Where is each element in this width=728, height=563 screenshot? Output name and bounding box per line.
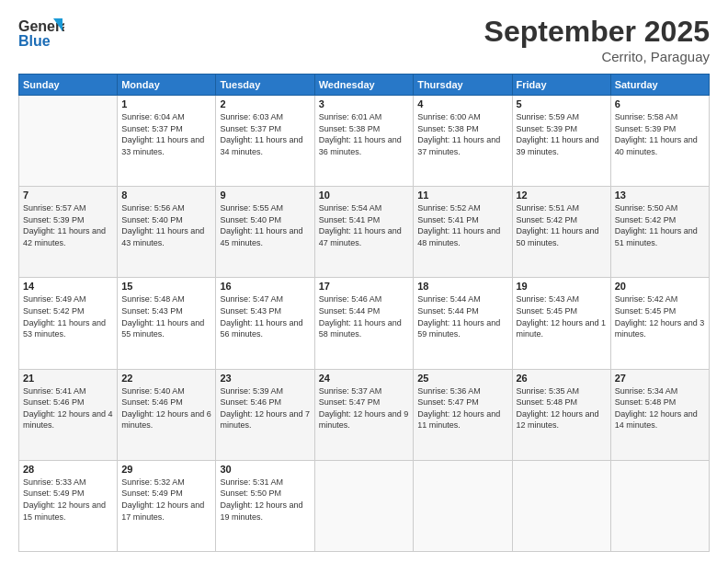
day-number: 25	[417, 373, 507, 384]
day-number: 9	[220, 190, 310, 201]
col-header-monday: Monday	[118, 75, 216, 96]
day-info: Sunrise: 5:49 AMSunset: 5:42 PMDaylight:…	[23, 293, 113, 339]
day-info: Sunrise: 5:43 AMSunset: 5:45 PMDaylight:…	[517, 293, 607, 339]
day-info: Sunrise: 5:33 AMSunset: 5:49 PMDaylight:…	[23, 477, 113, 523]
day-info: Sunrise: 5:31 AMSunset: 5:50 PMDaylight:…	[220, 477, 310, 523]
calendar-cell: 4Sunrise: 6:00 AMSunset: 5:38 PMDaylight…	[414, 96, 512, 187]
calendar-cell: 18Sunrise: 5:44 AMSunset: 5:44 PMDayligh…	[414, 278, 512, 369]
calendar-table: SundayMondayTuesdayWednesdayThursdayFrid…	[18, 74, 710, 552]
col-header-friday: Friday	[512, 75, 610, 96]
day-info: Sunrise: 5:32 AMSunset: 5:49 PMDaylight:…	[121, 477, 211, 523]
calendar-cell: 19Sunrise: 5:43 AMSunset: 5:45 PMDayligh…	[512, 278, 610, 369]
svg-text:Blue: Blue	[18, 33, 51, 49]
day-number: 8	[121, 190, 211, 201]
col-header-saturday: Saturday	[610, 75, 709, 96]
day-number: 14	[23, 281, 113, 292]
day-info: Sunrise: 6:03 AMSunset: 5:37 PMDaylight:…	[220, 111, 310, 157]
calendar-cell: 8Sunrise: 5:56 AMSunset: 5:40 PMDaylight…	[118, 187, 216, 278]
day-number: 20	[615, 281, 705, 292]
calendar-cell: 14Sunrise: 5:49 AMSunset: 5:42 PMDayligh…	[19, 278, 118, 369]
day-info: Sunrise: 5:50 AMSunset: 5:42 PMDaylight:…	[615, 202, 705, 248]
calendar-cell: 23Sunrise: 5:39 AMSunset: 5:46 PMDayligh…	[216, 369, 314, 460]
day-number: 24	[319, 373, 409, 384]
day-number: 29	[121, 464, 211, 475]
calendar-cell: 7Sunrise: 5:57 AMSunset: 5:39 PMDaylight…	[19, 187, 118, 278]
day-info: Sunrise: 5:39 AMSunset: 5:46 PMDaylight:…	[220, 385, 310, 431]
subtitle: Cerrito, Paraguay	[484, 49, 710, 64]
calendar-cell: 16Sunrise: 5:47 AMSunset: 5:43 PMDayligh…	[216, 278, 314, 369]
day-info: Sunrise: 6:01 AMSunset: 5:38 PMDaylight:…	[319, 111, 409, 157]
day-info: Sunrise: 5:57 AMSunset: 5:39 PMDaylight:…	[23, 202, 113, 248]
main-title: September 2025	[484, 15, 710, 49]
day-number: 23	[220, 373, 310, 384]
day-number: 5	[517, 98, 607, 109]
day-number: 21	[23, 373, 113, 384]
calendar-cell: 9Sunrise: 5:55 AMSunset: 5:40 PMDaylight…	[216, 187, 314, 278]
calendar-cell: 5Sunrise: 5:59 AMSunset: 5:39 PMDaylight…	[512, 96, 610, 187]
calendar-cell: 17Sunrise: 5:46 AMSunset: 5:44 PMDayligh…	[314, 278, 413, 369]
header: GeneralBlue September 2025 Cerrito, Para…	[18, 15, 710, 64]
calendar-cell	[512, 460, 610, 551]
calendar-cell: 21Sunrise: 5:41 AMSunset: 5:46 PMDayligh…	[19, 369, 118, 460]
calendar-cell: 15Sunrise: 5:48 AMSunset: 5:43 PMDayligh…	[118, 278, 216, 369]
col-header-tuesday: Tuesday	[216, 75, 314, 96]
day-info: Sunrise: 5:37 AMSunset: 5:47 PMDaylight:…	[319, 385, 409, 431]
day-number: 27	[615, 373, 705, 384]
calendar-cell: 12Sunrise: 5:51 AMSunset: 5:42 PMDayligh…	[512, 187, 610, 278]
day-number: 13	[615, 190, 705, 201]
calendar-cell	[314, 460, 413, 551]
day-number: 10	[319, 190, 409, 201]
calendar-cell: 26Sunrise: 5:35 AMSunset: 5:48 PMDayligh…	[512, 369, 610, 460]
calendar-cell: 30Sunrise: 5:31 AMSunset: 5:50 PMDayligh…	[216, 460, 314, 551]
calendar-week-row: 1Sunrise: 6:04 AMSunset: 5:37 PMDaylight…	[19, 96, 710, 187]
day-info: Sunrise: 5:51 AMSunset: 5:42 PMDaylight:…	[517, 202, 607, 248]
day-number: 3	[319, 98, 409, 109]
calendar-cell: 28Sunrise: 5:33 AMSunset: 5:49 PMDayligh…	[19, 460, 118, 551]
day-number: 17	[319, 281, 409, 292]
day-number: 6	[615, 98, 705, 109]
day-number: 12	[517, 190, 607, 201]
calendar-cell: 22Sunrise: 5:40 AMSunset: 5:46 PMDayligh…	[118, 369, 216, 460]
day-info: Sunrise: 5:44 AMSunset: 5:44 PMDaylight:…	[417, 293, 507, 339]
calendar-cell: 3Sunrise: 6:01 AMSunset: 5:38 PMDaylight…	[314, 96, 413, 187]
day-number: 30	[220, 464, 310, 475]
day-number: 19	[517, 281, 607, 292]
day-info: Sunrise: 5:58 AMSunset: 5:39 PMDaylight:…	[615, 111, 705, 157]
calendar-week-row: 21Sunrise: 5:41 AMSunset: 5:46 PMDayligh…	[19, 369, 710, 460]
day-number: 4	[417, 98, 507, 109]
day-info: Sunrise: 5:52 AMSunset: 5:41 PMDaylight:…	[417, 202, 507, 248]
calendar-cell: 20Sunrise: 5:42 AMSunset: 5:45 PMDayligh…	[610, 278, 709, 369]
calendar-cell: 25Sunrise: 5:36 AMSunset: 5:47 PMDayligh…	[414, 369, 512, 460]
calendar-cell: 27Sunrise: 5:34 AMSunset: 5:48 PMDayligh…	[610, 369, 709, 460]
calendar-cell: 13Sunrise: 5:50 AMSunset: 5:42 PMDayligh…	[610, 187, 709, 278]
calendar-week-row: 7Sunrise: 5:57 AMSunset: 5:39 PMDaylight…	[19, 187, 710, 278]
day-info: Sunrise: 5:48 AMSunset: 5:43 PMDaylight:…	[121, 293, 211, 339]
logo-svg: GeneralBlue	[18, 15, 64, 52]
calendar-cell: 6Sunrise: 5:58 AMSunset: 5:39 PMDaylight…	[610, 96, 709, 187]
day-info: Sunrise: 5:47 AMSunset: 5:43 PMDaylight:…	[220, 293, 310, 339]
day-info: Sunrise: 6:00 AMSunset: 5:38 PMDaylight:…	[417, 111, 507, 157]
calendar-header-row: SundayMondayTuesdayWednesdayThursdayFrid…	[19, 75, 710, 96]
day-info: Sunrise: 5:56 AMSunset: 5:40 PMDaylight:…	[121, 202, 211, 248]
calendar-cell	[414, 460, 512, 551]
day-number: 1	[121, 98, 211, 109]
calendar-cell	[610, 460, 709, 551]
calendar-cell: 24Sunrise: 5:37 AMSunset: 5:47 PMDayligh…	[314, 369, 413, 460]
day-number: 28	[23, 464, 113, 475]
col-header-thursday: Thursday	[414, 75, 512, 96]
day-number: 26	[517, 373, 607, 384]
page: GeneralBlue September 2025 Cerrito, Para…	[0, 0, 728, 563]
title-block: September 2025 Cerrito, Paraguay	[484, 15, 710, 64]
col-header-wednesday: Wednesday	[314, 75, 413, 96]
day-info: Sunrise: 5:54 AMSunset: 5:41 PMDaylight:…	[319, 202, 409, 248]
calendar-cell: 2Sunrise: 6:03 AMSunset: 5:37 PMDaylight…	[216, 96, 314, 187]
day-number: 11	[417, 190, 507, 201]
day-info: Sunrise: 5:42 AMSunset: 5:45 PMDaylight:…	[615, 293, 705, 339]
calendar-cell: 29Sunrise: 5:32 AMSunset: 5:49 PMDayligh…	[118, 460, 216, 551]
day-info: Sunrise: 5:40 AMSunset: 5:46 PMDaylight:…	[121, 385, 211, 431]
day-info: Sunrise: 5:35 AMSunset: 5:48 PMDaylight:…	[517, 385, 607, 431]
day-info: Sunrise: 5:55 AMSunset: 5:40 PMDaylight:…	[220, 202, 310, 248]
day-info: Sunrise: 5:41 AMSunset: 5:46 PMDaylight:…	[23, 385, 113, 431]
day-info: Sunrise: 5:59 AMSunset: 5:39 PMDaylight:…	[517, 111, 607, 157]
day-number: 16	[220, 281, 310, 292]
